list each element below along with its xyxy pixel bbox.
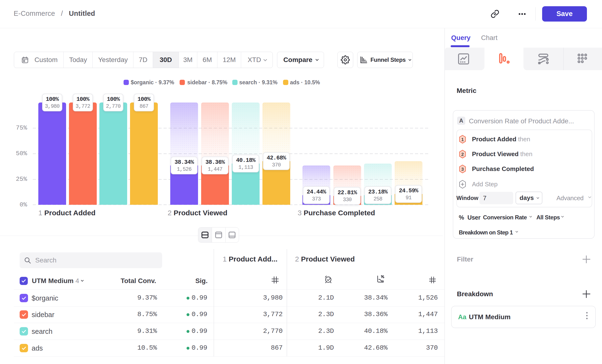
- svg-text:2: 2: [461, 152, 464, 157]
- svg-text:1: 1: [461, 137, 464, 142]
- svg-text:3: 3: [461, 167, 464, 172]
